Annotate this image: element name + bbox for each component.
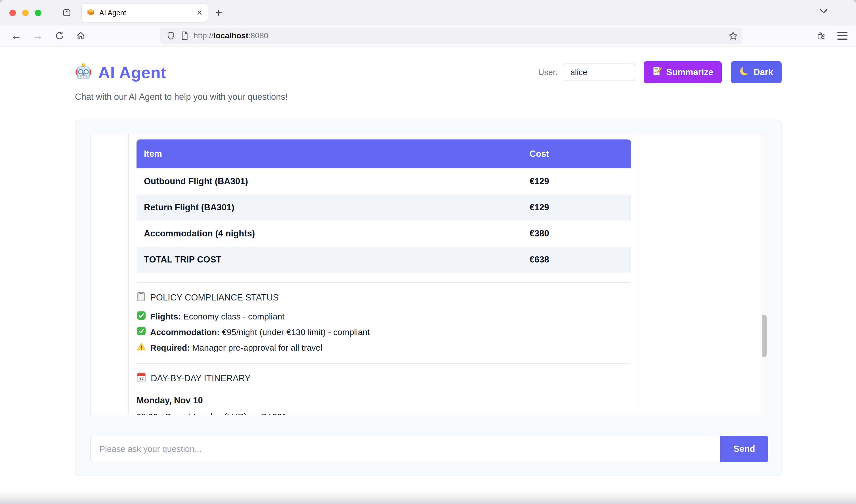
compliance-heading: POLICY COMPLIANCE STATUS [137,291,631,304]
page-title: AI Agent [98,63,166,82]
itinerary-day: Monday, Nov 10 [137,395,631,406]
cell-item: Return Flight (BA301) [137,195,522,220]
new-tab-button[interactable]: + [215,7,222,19]
tab-title: AI Agent [99,9,196,17]
url-port: :8080 [249,31,268,40]
table-row-total: TOTAL TRIP COST €638 [137,247,631,273]
tab-ai-agent[interactable]: AI Agent ✕ [82,4,208,22]
cell-item: Accommodation (4 nights) [137,220,522,247]
page-header: AI Agent User: [75,61,782,83]
summarize-button[interactable]: Summarize [644,61,722,83]
page-info-icon[interactable] [181,31,188,40]
send-button[interactable]: Send [720,436,768,462]
chat-messages-area[interactable]: Item Cost Outbound Flight (BA301) €129 R… [90,134,769,415]
warning-icon [137,342,146,354]
check-icon [137,311,146,322]
navigation-toolbar: ← → http://localhost:8080 [0,25,856,47]
clipboard-icon [137,291,145,304]
table-row: Outbound Flight (BA301) €129 [137,168,631,195]
column-header-item: Item [137,140,522,168]
dark-label: Dark [754,67,773,77]
composer: Send [90,436,768,462]
summarize-label: Summarize [666,67,713,77]
itinerary-entry: 08:00 - Depart London (LHR) on BA301 [137,412,631,415]
url-bar[interactable]: http://localhost:8080 [160,28,742,44]
itinerary-heading-text: DAY-BY-DAY ITINERARY [151,373,251,383]
itinerary-heading: 17 DAY-BY-DAY ITINERARY [137,372,631,385]
memo-icon [652,66,663,78]
chat-card: Item Cost Outbound Flight (BA301) €129 R… [75,120,782,476]
back-icon[interactable]: ← [11,30,21,41]
forward-icon: → [32,30,43,41]
sidebar-toggle-icon[interactable] [62,8,71,18]
cell-cost: €129 [522,168,631,195]
page-content: AI Agent User: [0,47,856,504]
browser-window: AI Agent ✕ + ← → [0,0,856,504]
header-controls: User: [538,61,782,83]
brand: AI Agent [75,63,166,82]
menu-hamburger-icon[interactable] [837,32,848,40]
compliance-item: Required: Manager pre-approval for all t… [137,342,631,354]
window-controls [10,10,41,16]
minimize-window-button[interactable] [22,10,29,16]
section-divider [137,363,631,364]
section-divider [137,282,631,283]
chat-scrollbar-thumb[interactable] [762,314,767,357]
user-label: User: [538,68,558,77]
compliance-label: Required: [150,343,190,352]
calendar-icon: 17 [137,372,146,385]
zoom-window-button[interactable] [35,10,41,16]
cell-item: TOTAL TRIP COST [137,247,522,273]
compliance-label: Flights: [150,312,181,321]
svg-text:17: 17 [139,376,144,381]
compliance-list: Flights: Economy class - compliant Accom… [137,311,631,354]
robot-icon [75,63,92,82]
package-favicon-icon [87,8,95,17]
compliance-label: Accommodation: [150,327,220,337]
compliance-text: Manager pre-approval for all travel [192,343,322,352]
question-input[interactable] [90,436,720,462]
reload-icon[interactable] [54,31,65,41]
bookmark-star-icon[interactable] [728,31,738,40]
column-header-cost: Cost [522,140,631,168]
extensions-puzzle-icon[interactable] [816,31,826,41]
tab-close-icon[interactable]: ✕ [196,8,203,17]
tab-bar: AI Agent ✕ + [0,0,856,25]
chat-scrollbar-track[interactable] [760,134,769,415]
dark-mode-button[interactable]: Dark [731,61,782,83]
url-text: http://localhost:8080 [193,31,268,40]
url-host: localhost [213,31,249,40]
compliance-item: Flights: Economy class - compliant [137,311,631,322]
trip-cost-table: Item Cost Outbound Flight (BA301) €129 R… [137,140,631,273]
compliance-text: €95/night (under €130 limit) - compliant [222,327,370,337]
table-row: Return Flight (BA301) €129 [137,195,631,220]
cell-cost: €129 [522,195,631,220]
compliance-text: Economy class - compliant [183,312,285,321]
shield-icon[interactable] [166,31,175,40]
agent-message-bubble: Item Cost Outbound Flight (BA301) €129 R… [128,134,639,415]
table-row: Accommodation (4 nights) €380 [137,220,631,247]
home-icon[interactable] [75,31,86,41]
close-window-button[interactable] [10,10,16,16]
cell-cost: €380 [522,220,631,247]
chevron-down-icon[interactable] [819,7,829,15]
url-scheme: http:// [193,31,213,40]
compliance-item: Accommodation: €95/night (under €130 lim… [137,326,631,338]
table-header-row: Item Cost [137,140,631,168]
cell-cost: €638 [522,247,631,273]
check-icon [137,326,146,338]
cell-item: Outbound Flight (BA301) [137,168,522,195]
user-input[interactable] [564,64,635,81]
page-subtitle: Chat with our AI Agent to help you with … [75,92,782,102]
compliance-heading-text: POLICY COMPLIANCE STATUS [150,292,279,303]
moon-icon [739,66,750,78]
